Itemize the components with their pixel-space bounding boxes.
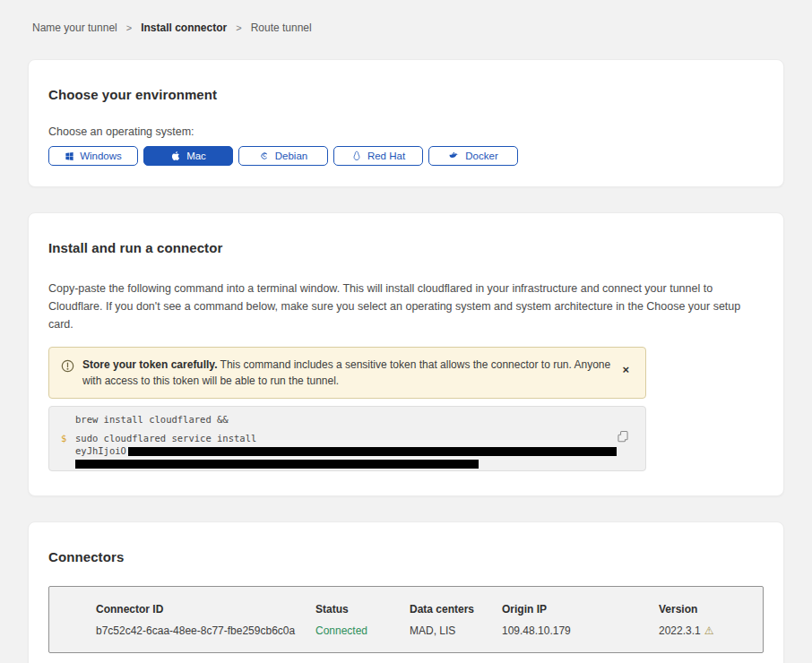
connectors-card-title: Connectors	[48, 549, 764, 564]
command-code-block: brew install cloudflared && $sudo cloudf…	[48, 406, 646, 471]
command-line-2: $sudo cloudflared service install	[49, 432, 645, 444]
install-card: Install and run a connector Copy-paste t…	[28, 212, 784, 496]
os-button-redhat[interactable]: Red Hat	[333, 146, 423, 166]
debian-logo-icon	[259, 151, 270, 161]
token-redaction-bar	[128, 447, 617, 456]
os-button-group: Windows Mac Debian Red Hat	[48, 146, 764, 166]
os-button-docker[interactable]: Docker	[428, 146, 518, 166]
windows-logo-icon	[65, 151, 74, 161]
origin-ip-value: 109.48.10.179	[502, 624, 659, 637]
shell-prompt: $	[61, 432, 66, 444]
close-icon[interactable]: ×	[618, 362, 633, 377]
install-description: Copy-paste the following command into a …	[48, 280, 764, 333]
os-button-label: Docker	[465, 151, 497, 161]
column-header-connector-id: Connector ID	[96, 603, 315, 616]
connectors-table: Connector ID Status Data centers Origin …	[48, 586, 764, 653]
token-warning-text: Store your token carefully. This command…	[82, 357, 610, 389]
column-header-data-centers: Data centers	[410, 603, 502, 616]
os-select-label: Choose an operating system:	[48, 125, 764, 138]
connectors-table-header: Connector ID Status Data centers Origin …	[96, 603, 754, 616]
token-warning-title: Store your token carefully.	[82, 358, 218, 371]
column-header-origin-ip: Origin IP	[502, 603, 659, 616]
version-value: 2022.3.1⚠	[659, 624, 754, 637]
breadcrumb-separator-icon: >	[126, 22, 132, 33]
breadcrumb-route-tunnel[interactable]: Route tunnel	[251, 22, 312, 34]
redhat-tux-icon	[351, 151, 362, 161]
os-button-label: Debian	[275, 151, 307, 161]
apple-logo-icon	[170, 151, 181, 161]
column-header-version: Version	[659, 603, 754, 616]
command-line-1: brew install cloudflared &&	[49, 413, 645, 426]
os-button-windows[interactable]: Windows	[48, 146, 138, 166]
command-token-line-2	[49, 457, 645, 469]
version-warning-icon: ⚠	[704, 624, 714, 637]
os-button-label: Red Hat	[367, 151, 405, 161]
connectors-card: Connectors Connector ID Status Data cent…	[28, 521, 784, 663]
os-button-label: Mac	[186, 151, 206, 161]
page: Name your tunnel > Install connector > R…	[0, 0, 812, 663]
environment-card: Choose your environment Choose an operat…	[28, 59, 784, 187]
data-centers-value: MAD, LIS	[410, 624, 502, 637]
breadcrumb-install-connector[interactable]: Install connector	[141, 22, 227, 34]
breadcrumb-name-your-tunnel[interactable]: Name your tunnel	[32, 22, 117, 34]
breadcrumb-separator-icon: >	[236, 22, 241, 33]
os-button-label: Windows	[80, 151, 122, 161]
alert-circle-icon	[61, 359, 74, 377]
column-header-status: Status	[315, 603, 410, 616]
install-card-title: Install and run a connector	[48, 240, 764, 255]
docker-whale-icon	[448, 151, 460, 161]
environment-card-title: Choose your environment	[48, 87, 764, 102]
os-button-mac[interactable]: Mac	[143, 146, 233, 166]
os-button-debian[interactable]: Debian	[238, 146, 328, 166]
breadcrumb: Name your tunnel > Install connector > R…	[28, 0, 784, 34]
connector-id-value: b7c52c42-6caa-48ee-8c77-fbe259cb6c0a	[96, 624, 315, 637]
connector-row: b7c52c42-6caa-48ee-8c77-fbe259cb6c0a Con…	[96, 624, 754, 637]
token-warning-banner: Store your token carefully. This command…	[48, 347, 646, 399]
command-token-line: eyJhIjoiO	[49, 444, 645, 457]
status-badge: Connected	[315, 624, 410, 637]
token-redaction-bar	[75, 460, 479, 469]
copy-icon[interactable]	[617, 430, 629, 445]
